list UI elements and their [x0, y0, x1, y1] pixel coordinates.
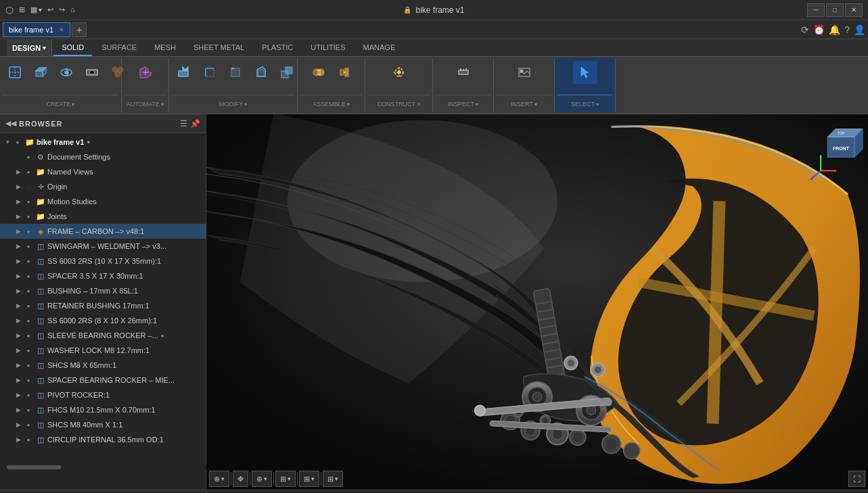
nav-zoom-btn[interactable]: ⊕ ▾ — [252, 471, 272, 487]
bell-icon[interactable]: 🔔 — [829, 24, 840, 35]
tree-expand-named-views[interactable]: ▶ — [14, 167, 23, 177]
nav-pan-btn[interactable]: ✥ — [233, 471, 248, 487]
active-tab[interactable]: bike frame v1 ✕ — [3, 22, 70, 37]
nav-view-btn[interactable]: ⊞ ▾ — [299, 471, 319, 487]
tree-expand-joints[interactable]: ▶ — [14, 212, 23, 221]
tree-item-frame[interactable]: ▶ ● ◈ FRAME – CARBON –> v48:1 — [0, 224, 206, 239]
tree-item-root[interactable]: ▾ ● 📁 bike frame v1 ● — [0, 135, 206, 149]
nav-fit-btn[interactable]: ⊞ ▾ — [275, 471, 296, 487]
vis-fhcs[interactable]: ● — [23, 404, 34, 415]
tab-mesh[interactable]: MESH — [146, 40, 184, 56]
vis-shcs40[interactable]: ● — [23, 419, 34, 430]
vis-ss6003[interactable]: ● — [23, 256, 34, 266]
tab-surface[interactable]: SURFACE — [93, 40, 145, 56]
fullscreen-btn[interactable]: ⛶ — [848, 471, 865, 487]
tree-item-fhcs[interactable]: ▶ ● ◫ FHCS M10 21.5mm X 0.70mm:1 — [0, 402, 206, 417]
minimize-button[interactable]: ─ — [807, 3, 825, 17]
vis-pivot[interactable]: ● — [23, 390, 34, 400]
help-icon[interactable]: ? — [844, 24, 850, 35]
tree-item-origin[interactable]: ▶ ◌ ✛ Origin — [0, 179, 206, 194]
tab-manage[interactable]: MANAGE — [355, 40, 404, 56]
tree-item-named-views[interactable]: ▶ ● 📁 Named Views — [0, 164, 206, 179]
tab-close-icon[interactable]: ✕ — [59, 26, 64, 33]
window-controls[interactable]: ─ □ ✕ — [807, 3, 863, 17]
tree-expand-root[interactable]: ▾ — [3, 137, 12, 147]
vis-origin[interactable]: ◌ — [23, 181, 34, 192]
viewport[interactable]: FRONT TOP ⊕ ▾ — [206, 114, 868, 490]
modify-fillet-btn[interactable] — [198, 61, 222, 84]
tree-item-doc-settings[interactable]: ● ⚙ Document Settings — [0, 149, 206, 164]
tab-utilities[interactable]: UTILITIES — [302, 40, 353, 56]
vis-spacer-bearing[interactable]: ● — [23, 375, 34, 385]
tree-item-retainer[interactable]: ▶ ● ◫ RETAINER BUSHING 17mm:1 — [0, 298, 206, 313]
home-btn[interactable]: ⌂ — [70, 5, 75, 14]
vis-frame[interactable]: ● — [23, 226, 34, 237]
tree-item-swingarm[interactable]: ▶ ● ◫ SWINGARM – WELDMENT –> v3... — [0, 239, 206, 254]
tree-item-ss6000[interactable]: ▶ ● ◫ SS 6000 2RS (8 X 10 X 26mm):1 — [0, 313, 206, 328]
tab-sheet-metal[interactable]: SHEET METAL — [185, 40, 252, 56]
design-dropdown[interactable]: DESIGN ▾ — [7, 40, 52, 56]
automate-btn[interactable] — [133, 61, 158, 84]
vis-retainer[interactable]: ● — [23, 300, 34, 311]
tree-expand-doc[interactable] — [14, 152, 23, 162]
vis-swingarm[interactable]: ● — [23, 241, 34, 252]
tree-expand-shcs40[interactable]: ▶ — [14, 420, 23, 429]
modify-label[interactable]: MODIFY ▾ — [172, 95, 294, 113]
tree-item-pivot[interactable]: ▶ ● ◫ PIVOT ROCKER:1 — [0, 388, 206, 402]
construct-label[interactable]: CONSTRUCT > — [368, 95, 430, 113]
vis-washer[interactable]: ● — [23, 345, 34, 356]
undo-btn[interactable]: ↩ — [47, 5, 53, 14]
tab-solid[interactable]: SOLID — [53, 40, 92, 56]
create-hole-btn[interactable] — [80, 61, 104, 84]
redo-btn[interactable]: ↪ — [59, 5, 65, 14]
browser-scroll-thumb[interactable] — [7, 465, 61, 469]
inspect-label[interactable]: INSPECT ▾ — [436, 95, 490, 113]
maximize-button[interactable]: □ — [826, 3, 844, 17]
vis-sleeve[interactable]: ● — [23, 330, 34, 341]
tree-expand-ss6000[interactable]: ▶ — [14, 316, 23, 325]
assemble-label[interactable]: ASSEMBLE ▾ — [300, 95, 362, 113]
tree-expand-swingarm[interactable]: ▶ — [14, 241, 23, 251]
tree-expand-fhcs[interactable]: ▶ — [14, 405, 23, 415]
tab-plastic[interactable]: PLASTIC — [254, 40, 301, 56]
tree-expand-ss6003[interactable]: ▶ — [14, 256, 23, 266]
assemble-motion-btn[interactable] — [332, 61, 357, 84]
tree-expand-motion[interactable]: ▶ — [14, 197, 23, 206]
tree-expand-bushing[interactable]: ▶ — [14, 286, 23, 296]
insert-image-btn[interactable] — [512, 61, 536, 84]
vis-motion[interactable]: ● — [23, 196, 34, 207]
construct-btn[interactable] — [387, 61, 411, 84]
create-revolve-btn[interactable] — [54, 61, 78, 84]
clock-icon[interactable]: ⏰ — [813, 24, 825, 35]
nav-grid-btn[interactable]: ⊞ ▾ — [323, 471, 343, 487]
browser-filter-icon[interactable]: ☰ — [180, 119, 187, 128]
tree-expand-pivot[interactable]: ▶ — [14, 390, 23, 400]
user-icon[interactable]: 👤 — [854, 24, 865, 35]
insert-label[interactable]: INSERT ▾ — [497, 95, 551, 113]
modify-combine-btn[interactable] — [275, 61, 299, 84]
tree-expand-spacer[interactable]: ▶ — [14, 271, 23, 281]
modify-chamfer-btn[interactable] — [223, 61, 248, 84]
vis-ss6000[interactable]: ● — [23, 315, 34, 326]
create-extrude-btn[interactable] — [28, 61, 53, 84]
tree-item-motion-studies[interactable]: ▶ ● 📁 Motion Studies — [0, 194, 206, 209]
close-button[interactable]: ✕ — [845, 3, 863, 17]
tree-expand-circlip[interactable]: ▶ — [14, 435, 23, 444]
modify-press-pull-btn[interactable] — [172, 61, 196, 84]
assemble-joint-btn[interactable] — [306, 61, 331, 84]
vis-joints[interactable]: ● — [23, 211, 34, 222]
tree-item-spacer[interactable]: ▶ ● ◫ SPACER 3.5 X 17 X 30mm:1 — [0, 268, 206, 283]
tree-item-shcs65[interactable]: ▶ ● ◫ SHCS M8 X 65mm:1 — [0, 358, 206, 373]
tree-expand-frame[interactable]: ▶ — [14, 227, 23, 236]
toolbar-menu[interactable]: ▦ ▾ — [30, 5, 42, 14]
create-sketch-btn[interactable] — [3, 61, 27, 84]
vis-named-views[interactable]: ● — [23, 166, 34, 177]
tree-item-sleeve[interactable]: ▶ ● ◫ SLEEVE BEARING ROCKER –... ● — [0, 328, 206, 343]
vis-circlip[interactable]: ● — [23, 434, 34, 445]
browser-collapse-icon[interactable]: ◀◀ — [5, 119, 16, 128]
vis-shcs65[interactable]: ● — [23, 360, 34, 371]
tree-expand-origin[interactable]: ▶ — [14, 182, 23, 191]
vis-spacer[interactable]: ● — [23, 271, 34, 281]
inspect-measure-btn[interactable] — [451, 61, 476, 84]
create-label[interactable]: CREATE ▾ — [3, 95, 118, 113]
